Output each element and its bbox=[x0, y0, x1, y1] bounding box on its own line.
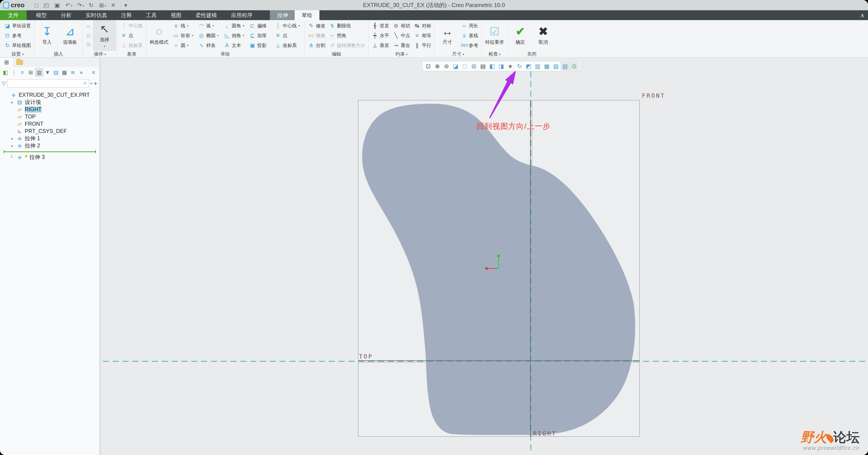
group-label-constraints[interactable]: 约束▾ bbox=[370, 51, 433, 58]
clip-front-icon[interactable]: ◧ bbox=[488, 62, 496, 70]
group-label-inspect[interactable]: 检查▾ bbox=[483, 51, 506, 58]
tab-applications[interactable]: 应用程序 bbox=[224, 10, 259, 20]
zoom-in-icon[interactable]: ⊕ bbox=[433, 62, 442, 70]
equal-constraint-button[interactable]: = 相等 bbox=[412, 31, 433, 40]
tab-sketch[interactable]: 草绘 bbox=[294, 10, 319, 20]
tab-analysis[interactable]: 分析 bbox=[54, 10, 79, 20]
tree-item-top-plane[interactable]: ▱ TOP bbox=[2, 113, 99, 120]
palette-button[interactable]: ⊿ 选项板 bbox=[59, 21, 81, 51]
divide-button[interactable]: ⋔ 分割 bbox=[306, 40, 327, 50]
open-file-icon[interactable]: ◰ bbox=[41, 2, 52, 9]
symmetric-constraint-button[interactable]: ↹ 对称 bbox=[412, 21, 433, 31]
save-icon[interactable]: ▣ bbox=[52, 2, 63, 9]
tab-annotate[interactable]: 注释 bbox=[114, 10, 139, 20]
tree-item-extrude-2[interactable]: ▸ ◈ 拉伸 2 bbox=[2, 142, 99, 149]
perimeter-dimension-button[interactable]: ▭ 周长 bbox=[459, 21, 480, 31]
sketch-setup-button[interactable]: ◪ 草绘设置 bbox=[2, 21, 33, 31]
tree-search-input[interactable] bbox=[9, 81, 82, 86]
tab-flexible-modeling[interactable]: 柔性建模 bbox=[188, 10, 224, 20]
windows-icon[interactable]: ⊞ ▾ bbox=[97, 2, 108, 9]
group-label-operations[interactable]: 操作▾ bbox=[84, 51, 116, 58]
tree-item-extrude-1[interactable]: ▸ ◈ 拉伸 1 bbox=[2, 135, 99, 142]
ok-button[interactable]: ✔ 确定 bbox=[509, 21, 531, 51]
tree-item-design-items[interactable]: ▸ ▤ 设计项 bbox=[2, 99, 99, 106]
rotate-resize-button[interactable]: ↺ 旋转调整大小 bbox=[327, 40, 367, 50]
cancel-button[interactable]: ✖ 取消 bbox=[532, 21, 554, 51]
folder-browser-tab[interactable] bbox=[13, 58, 26, 67]
baseline-dimension-button[interactable]: ⊒ 基线 bbox=[459, 31, 480, 40]
view-manager-icon[interactable]: ▤ bbox=[479, 62, 487, 70]
delete-segment-button[interactable]: ↯ 删除段 bbox=[327, 21, 367, 31]
group-label-dimension[interactable]: 尺寸▾ bbox=[436, 51, 480, 58]
tree-filter-icon[interactable]: ▼ bbox=[43, 68, 52, 77]
line-button[interactable]: ∨ 线 ▾ bbox=[171, 21, 196, 31]
thicken-button[interactable]: ⊑ 加厚 bbox=[247, 31, 273, 40]
saved-orientations-icon[interactable]: ⊞ bbox=[469, 62, 478, 70]
annotation-display-icon[interactable]: ▥ bbox=[533, 62, 542, 70]
tab-live-simulation[interactable]: 实时仿真 bbox=[79, 10, 114, 20]
point-button[interactable]: ✕ 点 bbox=[273, 31, 303, 40]
drag-handle-icon[interactable]: ⋮ bbox=[10, 68, 18, 77]
perpendicular-constraint-button[interactable]: ⊥ 垂直 bbox=[370, 40, 391, 50]
graphics-area[interactable]: ⊡ ⊕ ⊖ ◪ □ ⊞ ▤ ◧ ◨ ∗ bbox=[101, 58, 868, 455]
refit-icon[interactable]: ⊡ bbox=[424, 62, 433, 70]
minimize-ribbon-button[interactable]: ∧ bbox=[861, 11, 864, 20]
tree-item-csys[interactable]: ⊾ PRT_CSYS_DEF bbox=[2, 128, 99, 135]
tab-extrude[interactable]: 拉伸 bbox=[270, 10, 294, 20]
mirror-button[interactable]: ⋈ 镜像 bbox=[306, 31, 327, 40]
tangent-constraint-button[interactable]: ⊘ 相切 bbox=[391, 21, 412, 31]
csys-button[interactable]: ⊥ 坐标系 bbox=[273, 40, 303, 50]
text-button[interactable]: A 文本 bbox=[222, 40, 247, 50]
display-style-icon[interactable]: □ bbox=[460, 62, 469, 70]
datum-point-button[interactable]: ✕ 点 bbox=[119, 31, 145, 40]
cut-icon[interactable]: ✂ bbox=[84, 22, 93, 31]
redo-icon[interactable]: ↷ ▾ bbox=[75, 2, 86, 9]
circle-button[interactable]: ○ 圆 ▾ bbox=[171, 40, 196, 50]
sketcher-display-filters-icon[interactable]: ▨ bbox=[552, 62, 560, 70]
select-button[interactable]: ↖ 选择 ▾ bbox=[93, 21, 116, 51]
sketch-view-setup-button[interactable]: ↻ 草绘视图 bbox=[2, 40, 33, 50]
expand-arrow-icon[interactable]: ▸ bbox=[10, 144, 14, 148]
overlapping-geometry-icon[interactable]: ▦ bbox=[542, 62, 551, 70]
overflow-icon[interactable]: » bbox=[77, 68, 85, 77]
coincident-constraint-button[interactable]: ⊸ 重合 bbox=[391, 40, 412, 50]
datum-csys-button[interactable]: ⊥ 坐标系 bbox=[119, 40, 145, 50]
item-info-icon[interactable]: ≡ bbox=[90, 68, 98, 77]
expand-arrow-icon[interactable]: ▸ bbox=[10, 136, 14, 141]
layers-icon[interactable]: ≋ bbox=[69, 68, 77, 77]
chamfer-button[interactable]: ◺ 倒角 ▾ bbox=[222, 31, 247, 40]
vertical-constraint-button[interactable]: ╂ 竖直 bbox=[370, 21, 391, 31]
tree-columns-icon[interactable]: ▤ bbox=[52, 68, 60, 77]
tab-file[interactable]: 文件 bbox=[0, 10, 27, 20]
spline-button[interactable]: ∿ 样条 bbox=[196, 40, 222, 50]
tree-item-extrude-3[interactable]: └ ◈ * 拉伸 3 bbox=[2, 154, 99, 161]
tree-item-part-root[interactable]: ◈ EXTRUDE_30_CUT_EX.PRT bbox=[2, 91, 99, 99]
expand-arrow-icon[interactable]: ▸ bbox=[10, 100, 14, 104]
datum-centerline-button[interactable]: ┆ 中心线 bbox=[119, 21, 145, 31]
feature-requirements-button[interactable]: ☑ 特征要求 bbox=[483, 21, 506, 51]
spin-center-icon[interactable]: ⊙ bbox=[570, 62, 579, 70]
sketch-view-icon[interactable]: ↻ bbox=[515, 62, 524, 70]
tab-tools[interactable]: 工具 bbox=[139, 10, 164, 20]
show-columns-icon[interactable]: ▥ bbox=[35, 68, 43, 77]
modify-button[interactable]: ✎ 修改 bbox=[306, 21, 327, 31]
customize-qat-icon[interactable]: ▾ bbox=[121, 2, 130, 9]
new-file-icon[interactable]: □ bbox=[32, 2, 41, 9]
zoom-out-icon[interactable]: ⊖ bbox=[442, 62, 451, 70]
reference-dimension-button[interactable]: REF 参考 bbox=[459, 40, 480, 50]
arc-button[interactable]: ◠ 弧 ▾ bbox=[196, 21, 222, 31]
undo-icon[interactable]: ↶ ▾ bbox=[63, 2, 74, 9]
shade-closed-loops-icon[interactable]: ◩ bbox=[524, 62, 533, 70]
paste-icon[interactable]: ⊞ bbox=[84, 40, 93, 49]
horizontal-constraint-button[interactable]: ┿ 水平 bbox=[370, 31, 391, 40]
regenerate-icon[interactable]: ↻ bbox=[87, 2, 96, 9]
project-button[interactable]: ▣ 投影 bbox=[247, 40, 273, 50]
model-display-icon[interactable]: ◧ bbox=[1, 68, 9, 77]
references-button[interactable]: ⊡ 参考 bbox=[2, 31, 33, 40]
group-label-settings[interactable]: 设置▾ bbox=[2, 51, 33, 58]
model-tree-tab[interactable]: ⊞ bbox=[0, 58, 13, 67]
close-window-icon[interactable]: ✕ bbox=[108, 2, 118, 9]
settings-checklist-icon[interactable]: ▦ bbox=[60, 68, 68, 77]
clear-search-icon[interactable]: ✕ bbox=[83, 81, 87, 86]
copy-icon[interactable]: ⊟ bbox=[84, 31, 93, 40]
